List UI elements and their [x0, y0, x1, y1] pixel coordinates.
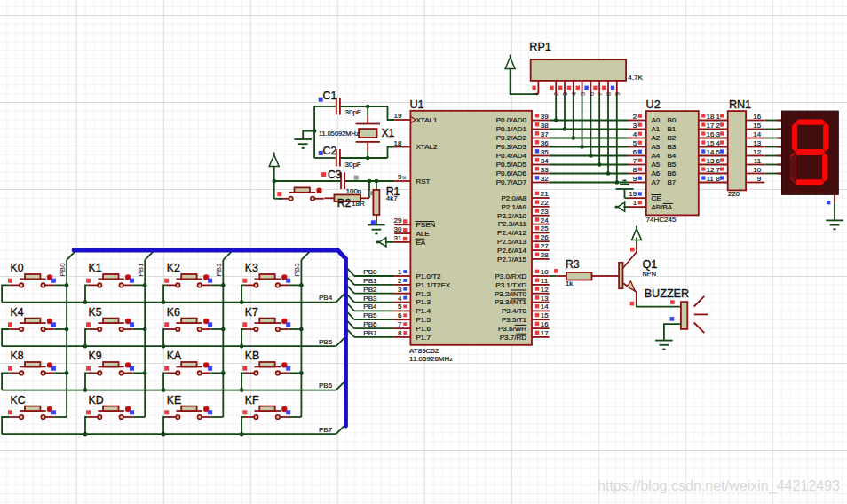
- svg-text:K8: K8: [11, 350, 24, 362]
- svg-text:K2: K2: [167, 262, 180, 274]
- svg-text:10: 10: [541, 268, 549, 276]
- svg-text:RN1: RN1: [729, 98, 751, 111]
- svg-text:8: 8: [716, 175, 721, 183]
- svg-text:PB5: PB5: [363, 311, 377, 319]
- svg-text:12: 12: [541, 286, 549, 294]
- svg-text:EA: EA: [416, 239, 426, 247]
- svg-text:K6: K6: [167, 306, 180, 319]
- svg-text:220: 220: [728, 190, 740, 198]
- svg-text:24: 24: [541, 217, 549, 224]
- svg-text:B2: B2: [668, 134, 677, 142]
- svg-text:P2.7/A15: P2.7/A15: [497, 256, 526, 264]
- svg-text:15: 15: [541, 311, 549, 319]
- svg-text:P3.5/T1: P3.5/T1: [502, 316, 527, 324]
- svg-text:P3.4/T0: P3.4/T0: [502, 307, 527, 315]
- svg-text:A0: A0: [652, 116, 661, 124]
- svg-text:11.05692MHz: 11.05692MHz: [319, 130, 360, 138]
- svg-text:17: 17: [707, 122, 715, 130]
- svg-text:R2: R2: [337, 197, 352, 209]
- svg-text:17: 17: [541, 329, 549, 337]
- svg-text:15: 15: [707, 139, 715, 147]
- svg-text:K7: K7: [245, 306, 258, 319]
- svg-text:B7: B7: [668, 178, 677, 186]
- svg-text:3: 3: [633, 122, 637, 130]
- svg-text:3: 3: [398, 286, 402, 294]
- svg-text:P0.2/AD2: P0.2/AD2: [496, 134, 527, 142]
- svg-text:PB2: PB2: [363, 286, 377, 294]
- svg-text:B5: B5: [668, 161, 677, 169]
- svg-text:RST: RST: [416, 177, 431, 185]
- svg-text:18: 18: [394, 139, 402, 147]
- svg-text:5: 5: [579, 92, 587, 96]
- svg-text:P2.2/A10: P2.2/A10: [497, 212, 526, 220]
- svg-text:P1.3: P1.3: [416, 298, 431, 306]
- svg-text:A2: A2: [652, 134, 661, 142]
- svg-text:12: 12: [753, 148, 761, 156]
- svg-text:KA: KA: [167, 350, 182, 362]
- svg-text:13: 13: [707, 157, 715, 165]
- svg-text:8: 8: [398, 329, 402, 337]
- svg-text:XTAL2: XTAL2: [416, 143, 438, 151]
- svg-text:25: 25: [541, 224, 549, 232]
- svg-text:6: 6: [716, 157, 721, 165]
- svg-text:2: 2: [552, 92, 560, 96]
- svg-text:4: 4: [716, 139, 721, 147]
- svg-text:P0.3/AD3: P0.3/AD3: [496, 143, 527, 151]
- svg-text:13: 13: [753, 139, 761, 147]
- svg-text:ALE: ALE: [416, 230, 430, 238]
- svg-text:28: 28: [541, 251, 549, 259]
- svg-text:CE: CE: [652, 194, 661, 202]
- svg-text:100n: 100n: [346, 187, 362, 195]
- svg-text:K5: K5: [89, 306, 102, 319]
- svg-text:A4: A4: [652, 152, 661, 160]
- svg-text:P3.1/TXD: P3.1/TXD: [495, 281, 526, 289]
- svg-text:K3: K3: [245, 262, 258, 274]
- svg-text:KE: KE: [167, 394, 181, 406]
- svg-text:P0.6/AD6: P0.6/AD6: [496, 169, 527, 177]
- svg-text:30pF: 30pF: [345, 108, 361, 116]
- svg-text:NPN: NPN: [643, 270, 657, 278]
- svg-text:9: 9: [613, 92, 621, 96]
- svg-text:26: 26: [541, 233, 549, 241]
- svg-text:P1.1/T2EX: P1.1/T2EX: [416, 281, 451, 289]
- svg-text:KD: KD: [89, 394, 104, 406]
- svg-text:18R: 18R: [352, 200, 365, 208]
- svg-text:4: 4: [633, 130, 637, 138]
- svg-text:BUZZER: BUZZER: [645, 287, 689, 300]
- svg-text:RP1: RP1: [529, 41, 551, 53]
- svg-text:10: 10: [753, 166, 761, 174]
- svg-text:11: 11: [754, 157, 762, 165]
- svg-text:P3.3/INT1: P3.3/INT1: [495, 298, 527, 306]
- svg-text:37: 37: [541, 130, 549, 138]
- svg-text:X1: X1: [381, 127, 394, 139]
- svg-text:2: 2: [398, 277, 402, 285]
- svg-text:P3.0/RXD: P3.0/RXD: [495, 272, 526, 280]
- svg-text:C2: C2: [323, 145, 337, 157]
- svg-text:8: 8: [605, 92, 613, 96]
- svg-text:33: 33: [541, 166, 549, 174]
- svg-text:A1: A1: [652, 125, 661, 133]
- svg-text:B6: B6: [668, 169, 677, 177]
- svg-text:13: 13: [541, 295, 549, 303]
- svg-text:27: 27: [541, 242, 549, 250]
- svg-text:C1: C1: [323, 90, 337, 102]
- svg-text:AT89C52: AT89C52: [409, 347, 439, 355]
- svg-text:6: 6: [633, 148, 637, 156]
- svg-text:2: 2: [633, 113, 637, 121]
- svg-text:PB3: PB3: [293, 263, 301, 277]
- svg-text:23: 23: [541, 208, 549, 216]
- svg-text:39: 39: [541, 113, 549, 121]
- svg-text:PB6: PB6: [363, 320, 377, 328]
- svg-text:30pF: 30pF: [345, 161, 361, 169]
- svg-text:14: 14: [541, 303, 549, 311]
- svg-text:7: 7: [398, 320, 402, 328]
- svg-text:18: 18: [707, 113, 715, 121]
- svg-text:1: 1: [398, 268, 402, 276]
- svg-text:A5: A5: [652, 161, 661, 169]
- svg-text:12: 12: [707, 166, 715, 174]
- svg-text:16: 16: [753, 113, 761, 121]
- svg-text:3: 3: [716, 130, 721, 138]
- svg-text:C3: C3: [328, 169, 342, 181]
- svg-text:4: 4: [570, 92, 578, 96]
- svg-text:R3: R3: [566, 258, 580, 271]
